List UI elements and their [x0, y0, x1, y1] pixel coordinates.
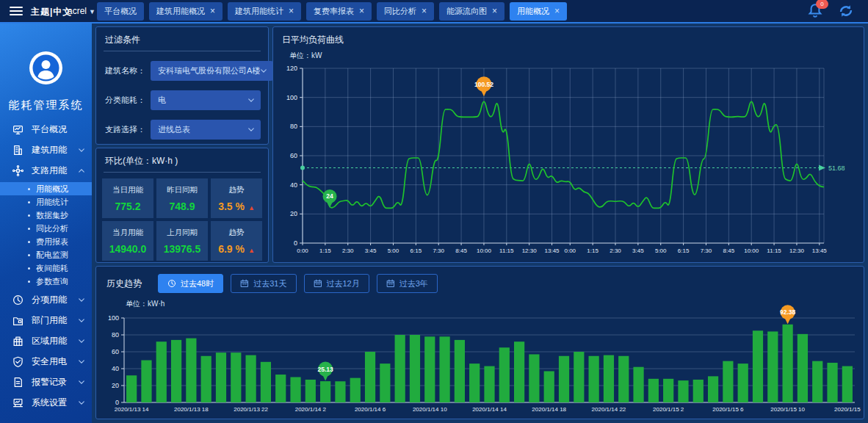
tab[interactable]: 同比分析×: [377, 2, 434, 21]
history-title: 历史趋势: [106, 278, 142, 290]
axis-tick-label: 8:45: [723, 247, 735, 254]
bar: [261, 362, 271, 402]
refresh-button[interactable]: [837, 2, 855, 20]
axis-tick-label: 10:00: [744, 247, 759, 254]
load-curve-chart: 0204060801001200:001:152:303:455:006:157…: [279, 61, 859, 261]
trend-up-icon: ▲: [248, 247, 255, 254]
sidebar-subitem[interactable]: 用能概况: [0, 182, 92, 195]
stat-label: 当月用能: [112, 228, 143, 238]
sidebar-subitem[interactable]: 费用报表: [0, 235, 92, 248]
bar: [395, 335, 405, 402]
sidebar-subitem[interactable]: 同比分析: [0, 222, 92, 235]
range-button[interactable]: 过去12月: [304, 274, 369, 293]
axis-tick-label: 2020/1/14 6: [355, 406, 386, 413]
tab-label: 建筑用能概况: [156, 6, 205, 17]
range-button[interactable]: 过去3年: [377, 274, 438, 293]
bar: [723, 361, 733, 402]
bullet-dot: [28, 254, 30, 256]
chevron-down-icon: [78, 339, 85, 344]
sidebar-subitem[interactable]: 数据集抄: [0, 209, 92, 222]
trend-up-icon: ▲: [248, 204, 255, 212]
range-button[interactable]: 过去48时: [158, 274, 223, 293]
sidebar-item[interactable]: 报警记录: [0, 372, 92, 392]
bar: [141, 361, 151, 403]
bar: [216, 352, 226, 402]
bar: [589, 356, 599, 402]
bar: [499, 347, 510, 402]
tab-label: 用能概况: [517, 6, 549, 17]
sidebar-subitem[interactable]: 夜间能耗: [0, 261, 92, 275]
tab[interactable]: 建筑用能统计×: [228, 2, 301, 21]
chevron-down-icon: [247, 127, 255, 132]
sidebar-item[interactable]: 建筑用能: [0, 140, 92, 160]
pie-icon: [12, 294, 23, 306]
range-button-label: 过去12月: [327, 278, 360, 289]
axis-tick-label: 5:00: [655, 247, 667, 254]
sidebar-item[interactable]: 区域用能: [0, 330, 92, 351]
sidebar-item-label: 部门用能: [32, 314, 67, 327]
bar: [574, 352, 584, 402]
axis-tick-label: 100: [108, 314, 119, 322]
field-label: 建筑名称：: [105, 65, 151, 76]
axis-tick-label: 2:30: [610, 247, 621, 254]
tab-close-icon[interactable]: ×: [210, 7, 215, 15]
sidebar-item[interactable]: 部门用能: [0, 310, 92, 330]
user-menu[interactable]: acrel▼: [68, 6, 95, 16]
tab[interactable]: 用能概况×: [510, 2, 567, 21]
sidebar-item-label: 平台概况: [32, 123, 67, 136]
tab[interactable]: 建筑用能概况×: [149, 2, 223, 21]
axis-tick-label: 2020/1/15 6: [712, 406, 744, 413]
sidebar-item[interactable]: 平台概况: [0, 119, 92, 140]
sidebar-subitem[interactable]: 参数查询: [0, 275, 92, 288]
bar: [708, 376, 718, 402]
sidebar-item[interactable]: 支路用能: [0, 160, 92, 181]
axis-tick-label: 13:45: [812, 247, 828, 254]
tab-close-icon[interactable]: ×: [359, 7, 364, 15]
tab-label: 能源流向图: [446, 6, 487, 17]
range-buttons: 过去48时过去31天过去12月过去3年: [158, 274, 438, 293]
tab[interactable]: 平台概况: [97, 2, 144, 21]
range-button[interactable]: 过去31天: [231, 274, 296, 293]
axis-tick-label: 60: [112, 348, 119, 355]
range-button-label: 过去48时: [181, 278, 214, 289]
bar: [231, 352, 241, 402]
sidebar-subitem[interactable]: 配电监测: [0, 248, 92, 261]
hamburger-menu-icon[interactable]: [10, 7, 23, 15]
sidebar-item[interactable]: 系统设置: [0, 392, 92, 413]
field-label: 支路选择：: [105, 124, 151, 135]
bar: [350, 378, 361, 402]
chevron-down-icon: [260, 68, 267, 73]
bullet-dot: [28, 228, 30, 230]
filter-dropdown[interactable]: 电: [151, 90, 261, 110]
tab-close-icon[interactable]: ×: [554, 7, 560, 15]
stat-value: 6.9 %▲: [218, 243, 255, 255]
range-button-label: 过去3年: [399, 278, 428, 289]
axis-tick-label: 7:30: [433, 247, 444, 254]
filter-dropdown[interactable]: 进线总表: [151, 120, 261, 140]
dropdown-value: 进线总表: [158, 124, 247, 135]
tab-close-icon[interactable]: ×: [289, 7, 294, 15]
tab-close-icon[interactable]: ×: [422, 7, 427, 15]
bar: [380, 364, 390, 402]
sidebar-subitem[interactable]: 用能统计: [0, 195, 92, 209]
axis-tick-label: 20: [290, 210, 297, 217]
bar: [126, 375, 137, 402]
app-title: 能耗管理系统: [0, 98, 92, 112]
filter-dropdown[interactable]: 安科瑞电气股份有限公司A楼: [151, 61, 273, 81]
min-marker: 25.13: [317, 362, 333, 381]
bar: [410, 335, 420, 402]
chevron-down-icon: [78, 148, 85, 153]
filter-fields: 建筑名称：安科瑞电气股份有限公司A楼分类能耗：电支路选择：进线总表: [96, 61, 268, 140]
tab[interactable]: 能源流向图×: [439, 2, 504, 21]
sidebar-item[interactable]: 分项用能: [0, 289, 92, 310]
marker-value: 92.38: [780, 308, 796, 316]
calendar-icon: [314, 279, 322, 288]
sidebar-item[interactable]: 安全用电: [0, 351, 92, 372]
tab-close-icon[interactable]: ×: [492, 7, 497, 15]
average-label: 51.68: [828, 164, 845, 172]
tab[interactable]: 复费率报表×: [306, 2, 372, 21]
bar: [663, 379, 673, 402]
bar: [156, 341, 167, 402]
theme-language-label[interactable]: 主题|中文: [31, 6, 72, 18]
notification-bell-button[interactable]: 0: [806, 2, 824, 20]
